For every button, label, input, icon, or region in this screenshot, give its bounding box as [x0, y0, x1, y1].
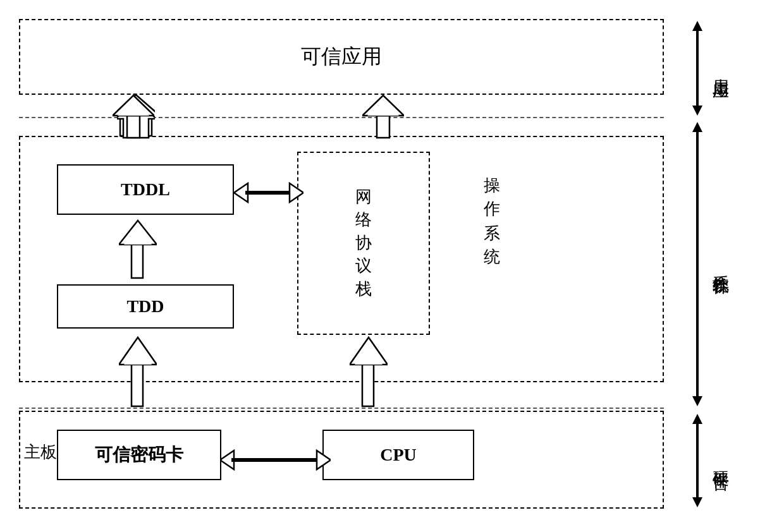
arrow-up-2	[362, 94, 404, 141]
layer-top: 可信应用	[19, 19, 664, 95]
top-layer-label: 可信应用	[301, 43, 382, 71]
arrow-h-tddl-net	[234, 180, 303, 205]
diagram-container: 可信应用 TDDL TDD 网络协议栈 可信密码卡 CPU 主板	[19, 19, 746, 512]
right-label-top: 上层应用	[710, 66, 732, 71]
svg-rect-11	[132, 363, 143, 406]
right-bottom-section: 硬件平台	[677, 409, 746, 512]
svg-rect-27	[696, 131, 699, 396]
svg-rect-8	[132, 243, 143, 278]
svg-marker-28	[692, 396, 702, 406]
mainboard-label: 主板	[24, 441, 57, 463]
tddl-box: TDDL	[57, 164, 234, 215]
right-middle-section: 系统软件	[677, 117, 746, 411]
svg-marker-31	[692, 497, 702, 507]
arrow-up-hw-net	[350, 335, 388, 411]
cpu-box: CPU	[322, 430, 474, 480]
svg-rect-5	[377, 116, 389, 138]
network-protocol-box: 网络协议栈	[297, 152, 430, 335]
svg-marker-23	[692, 21, 702, 31]
svg-marker-29	[692, 414, 702, 424]
svg-rect-30	[696, 423, 699, 497]
os-label: 操 作 系 统	[481, 164, 503, 237]
svg-rect-18	[245, 191, 292, 195]
svg-rect-24	[696, 30, 699, 106]
arrow-up-1	[113, 94, 154, 141]
svg-rect-21	[231, 458, 319, 462]
svg-marker-25	[692, 106, 702, 116]
svg-marker-26	[692, 122, 702, 132]
dash-line-2	[19, 408, 664, 409]
arrow-h-crypto-cpu	[220, 447, 331, 473]
tdd-box: TDD	[57, 284, 234, 329]
svg-marker-22	[317, 450, 331, 469]
right-label-bottom: 硬件平台	[710, 458, 732, 463]
network-label: 网络协议栈	[355, 186, 372, 301]
svg-rect-14	[362, 363, 374, 406]
svg-marker-19	[290, 183, 303, 202]
v-double-arrow-bottom	[691, 414, 704, 507]
arrow-up-hw-tdd	[119, 335, 157, 411]
crypto-box: 可信密码卡	[57, 430, 221, 480]
right-label-middle: 系统软件	[710, 262, 732, 267]
v-double-arrow-top	[691, 21, 704, 116]
v-double-arrow-middle	[691, 122, 704, 406]
arrow-up-tdd-tddl	[119, 218, 157, 281]
svg-rect-2	[127, 116, 140, 138]
right-top-section: 上层应用	[677, 19, 746, 117]
